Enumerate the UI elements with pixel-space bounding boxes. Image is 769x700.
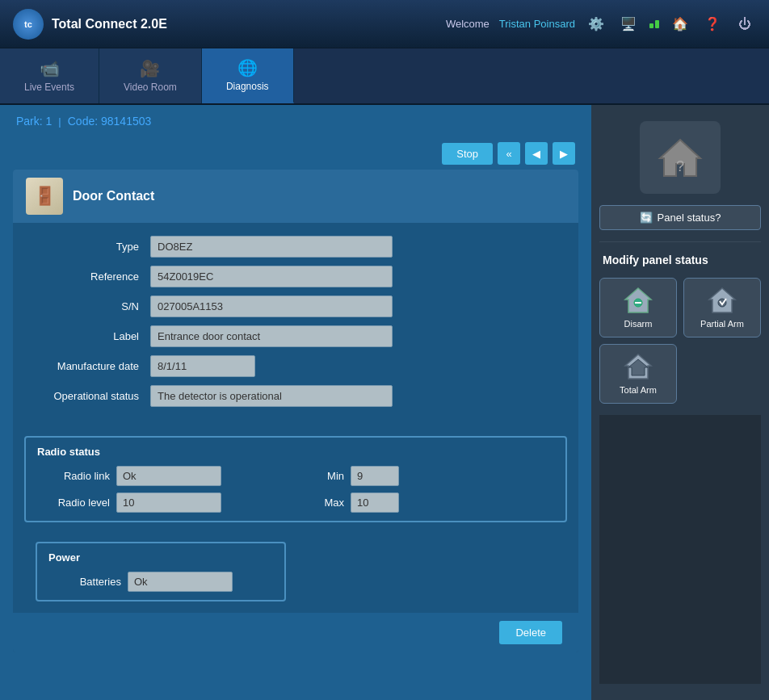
control-bar: Stop « ◀ ▶ (0, 137, 591, 170)
operational-status-input[interactable] (150, 385, 393, 407)
radio-level-input[interactable] (116, 493, 221, 513)
video-room-icon: 🎥 (140, 59, 160, 78)
partial-arm-icon (708, 287, 737, 314)
device-card: 🚪 Door Contact Type Reference S/N (13, 170, 578, 652)
right-panel-bottom (599, 415, 761, 684)
batteries-row: Batteries (48, 572, 273, 592)
sn-label: S/N (29, 300, 150, 312)
svg-text:?: ? (676, 158, 684, 174)
radio-link-input[interactable] (116, 466, 221, 486)
manufacture-date-input[interactable] (150, 355, 255, 377)
partial-arm-button[interactable]: Partial Arm (683, 278, 761, 337)
tc-logo-icon: tc (13, 9, 44, 40)
nav-left-double-button[interactable]: « (498, 142, 520, 165)
device-icon: 🚪 (26, 178, 63, 215)
partial-arm-label: Partial Arm (700, 319, 744, 329)
batteries-label: Batteries (48, 576, 121, 588)
manufacture-date-row: Manufacture date (29, 355, 562, 377)
nav-right-button[interactable]: ▶ (553, 142, 575, 165)
right-panel: ? 🔄 Panel status? Modify panel status Di… (591, 105, 769, 700)
delete-button[interactable]: Delete (499, 621, 562, 644)
radio-status-grid: Radio link Radio level Min (37, 466, 554, 513)
radio-status-title: Radio status (37, 446, 554, 458)
power-box: Power Batteries (36, 542, 286, 601)
help-icon[interactable]: ❓ (701, 13, 724, 36)
sn-input[interactable] (150, 296, 393, 317)
panel-status-button[interactable]: 🔄 Panel status? (599, 205, 761, 230)
type-input[interactable] (150, 236, 393, 258)
breadcrumb-code: Code: 98141503 (68, 115, 152, 128)
door-icon: 🚪 (34, 186, 56, 207)
manufacture-date-label: Manufacture date (29, 360, 150, 372)
home-icon[interactable]: 🏠 (669, 13, 691, 36)
disarm-button[interactable]: Disarm (599, 278, 677, 337)
breadcrumb-park: Park: 1 (16, 115, 52, 128)
min-row: Min (312, 466, 554, 486)
power-wrapper: Power Batteries (13, 530, 578, 613)
radio-link-label: Radio link (37, 470, 110, 482)
radio-right-col: Min Max (312, 466, 554, 513)
radio-level-row: Radio level (37, 493, 279, 513)
arm-buttons-grid: Disarm Partial Arm Total Arm (599, 278, 761, 404)
panel-status-image: ? (640, 121, 721, 194)
label-label: Label (29, 330, 150, 342)
header: tc Total Connect 2.0E Welcome Tristan Po… (0, 0, 769, 48)
logo-area: tc Total Connect 2.0E (13, 9, 446, 40)
tab-video-room[interactable]: 🎥 Video Room (99, 48, 202, 103)
total-arm-button[interactable]: Total Arm (599, 344, 677, 404)
power-title: Power (48, 551, 273, 564)
radio-level-label: Radio level (37, 497, 110, 509)
tab-video-room-label: Video Room (124, 82, 177, 93)
total-arm-label: Total Arm (620, 385, 657, 395)
reference-label: Reference (29, 270, 150, 283)
tab-live-events[interactable]: 📹 Live Events (0, 48, 99, 103)
batteries-input[interactable] (128, 572, 233, 592)
breadcrumb: Park: 1 | Code: 98141503 (0, 105, 591, 137)
device-header: 🚪 Door Contact (13, 170, 578, 223)
stop-button[interactable]: Stop (442, 143, 493, 165)
user-link[interactable]: Tristan Poinsard (499, 18, 575, 30)
type-label: Type (29, 241, 150, 253)
left-panel: Park: 1 | Code: 98141503 Stop « ◀ ▶ 🚪 Do… (0, 105, 591, 700)
reference-input[interactable] (150, 266, 393, 287)
house-question-icon: ? (656, 136, 704, 180)
breadcrumb-sep: | (58, 115, 61, 128)
label-row: Label (29, 325, 562, 347)
welcome-text: Welcome (446, 18, 490, 30)
device-name: Door Contact (73, 189, 154, 203)
tab-diagnosis-label: Diagnosis (226, 81, 269, 92)
modify-title: Modify panel status (599, 254, 708, 266)
label-input[interactable] (150, 325, 393, 347)
total-arm-icon (624, 353, 653, 380)
tab-diagnosis[interactable]: 🌐 Diagnosis (202, 48, 294, 103)
monitor-icon[interactable]: 🖥️ (617, 13, 640, 36)
max-row: Max (312, 493, 554, 513)
nav-tabs: 📹 Live Events 🎥 Video Room 🌐 Diagnosis (0, 48, 769, 105)
min-label: Min (312, 470, 344, 482)
app-title: Total Connect 2.0E (52, 17, 167, 31)
min-input[interactable] (351, 466, 399, 486)
divider (599, 241, 761, 242)
header-right: Welcome Tristan Poinsard ⚙️ 🖥️ 🏠 ❓ ⏻ (446, 13, 756, 36)
refresh-icon: 🔄 (640, 212, 653, 224)
signal-bar-1 (649, 23, 653, 28)
radio-left-col: Radio link Radio level (37, 466, 279, 513)
settings-icon[interactable]: ⚙️ (585, 13, 607, 36)
reference-row: Reference (29, 266, 562, 287)
operational-status-row: Operational status (29, 385, 562, 407)
operational-status-label: Operational status (29, 390, 150, 402)
power-icon[interactable]: ⏻ (733, 13, 756, 36)
tab-live-events-label: Live Events (24, 82, 74, 93)
signal-bars (649, 20, 659, 28)
nav-left-button[interactable]: ◀ (525, 142, 548, 165)
main-layout: Park: 1 | Code: 98141503 Stop « ◀ ▶ 🚪 Do… (0, 105, 769, 700)
delete-bar: Delete (13, 613, 578, 652)
live-events-icon: 📹 (40, 59, 60, 78)
max-input[interactable] (351, 493, 399, 513)
disarm-icon (624, 287, 653, 314)
radio-status-box: Radio status Radio link Radio level (24, 436, 567, 522)
diagnosis-icon: 🌐 (237, 58, 258, 78)
max-label: Max (312, 497, 344, 509)
device-form: Type Reference S/N Label Manufacture dat… (13, 223, 578, 428)
panel-status-label: Panel status? (658, 212, 721, 224)
